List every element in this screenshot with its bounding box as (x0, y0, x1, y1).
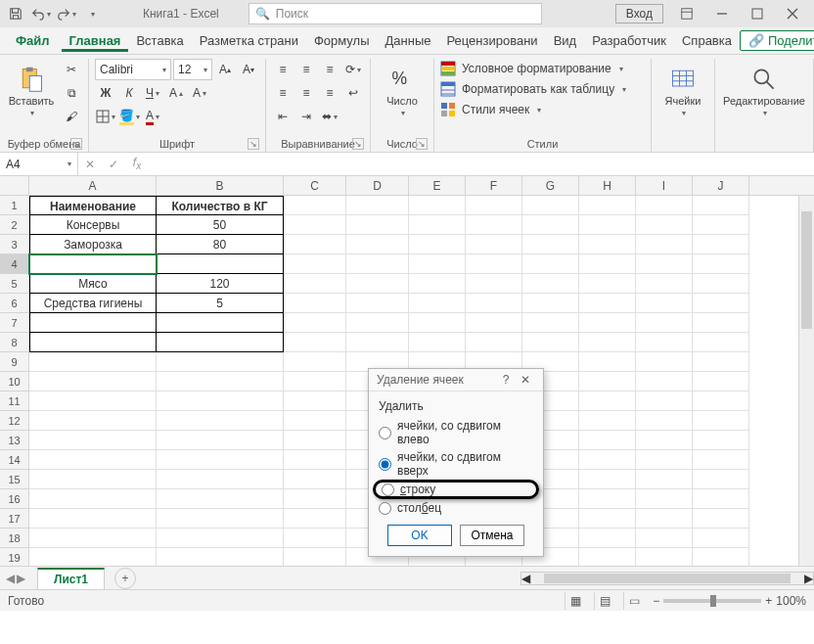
row-head-18[interactable]: 18 (0, 529, 29, 548)
number-format-button[interactable]: % Число▾ (377, 59, 428, 123)
cell-G2[interactable] (522, 215, 579, 235)
cell-C13[interactable] (284, 431, 346, 450)
opt-shift-up[interactable]: ячейки, со сдвигом вверх (379, 448, 533, 480)
cell-C14[interactable] (284, 450, 346, 470)
row-head-14[interactable]: 14 (0, 450, 29, 470)
dialog-help-button[interactable]: ? (496, 373, 516, 387)
cell-F1[interactable] (466, 196, 522, 215)
cell-I6[interactable] (636, 294, 693, 313)
cell-C15[interactable] (284, 470, 346, 489)
align-bottom-button[interactable]: ≡ (319, 59, 340, 80)
view-page-break-button[interactable]: ▭ (623, 592, 645, 610)
cell-J17[interactable] (693, 509, 749, 529)
cell-B16[interactable] (157, 489, 284, 509)
cell-E1[interactable] (409, 196, 466, 215)
cell-A15[interactable] (29, 470, 157, 489)
cell-H3[interactable] (579, 235, 636, 254)
view-normal-button[interactable]: ▦ (565, 592, 586, 610)
increase-indent-button[interactable]: ⇥ (295, 106, 317, 127)
cell-B15[interactable] (157, 470, 284, 489)
cell-I12[interactable] (636, 411, 693, 431)
opt-shift-left[interactable]: ячейки, со сдвигом влево (379, 417, 533, 448)
cell-C3[interactable] (284, 235, 346, 254)
cell-H10[interactable] (579, 372, 636, 391)
tab-developer[interactable]: Разработчик (584, 29, 674, 52)
cell-A16[interactable] (29, 489, 157, 509)
close-button[interactable] (775, 0, 810, 27)
maximize-button[interactable] (740, 0, 775, 27)
row-head-8[interactable]: 8 (0, 333, 29, 352)
row-head-10[interactable]: 10 (0, 372, 29, 391)
cell-J4[interactable] (693, 254, 749, 274)
row-head-4[interactable]: 4 (0, 254, 29, 274)
cell-I17[interactable] (636, 509, 693, 529)
cell-D5[interactable] (346, 274, 409, 294)
cut-button[interactable]: ✂ (61, 59, 82, 80)
opt-entire-column[interactable]: столбец (379, 499, 533, 517)
cell-H19[interactable] (579, 548, 636, 566)
row-head-19[interactable]: 19 (0, 548, 29, 566)
cell-C2[interactable] (284, 215, 346, 235)
cell-B1[interactable]: Количество в КГ (157, 196, 284, 215)
cell-J2[interactable] (693, 215, 749, 235)
opt-entire-row[interactable]: строку (373, 480, 539, 499)
number-launcher[interactable]: ↘ (416, 138, 428, 150)
cell-A6[interactable]: Средства гигиены (29, 294, 157, 313)
font-color-button[interactable]: A▾ (142, 106, 163, 127)
cell-C11[interactable] (284, 391, 346, 411)
cell-E4[interactable] (409, 254, 466, 274)
increase-font2-button[interactable]: A▴ (165, 82, 187, 104)
cell-C16[interactable] (284, 489, 346, 509)
cell-J1[interactable] (693, 196, 749, 215)
shrink-font-button[interactable]: A▾ (238, 59, 259, 80)
minimize-button[interactable] (704, 0, 740, 27)
cell-H15[interactable] (579, 470, 636, 489)
dialog-cancel-button[interactable]: Отмена (460, 525, 524, 546)
cell-G6[interactable] (522, 294, 579, 313)
decrease-indent-button[interactable]: ⇤ (272, 106, 294, 127)
tab-help[interactable]: Справка (674, 29, 740, 52)
cell-E8[interactable] (409, 333, 466, 352)
cell-H17[interactable] (579, 509, 636, 529)
cell-styles-button[interactable]: Стили ячеек▾ (440, 100, 626, 119)
undo-button[interactable]: ▾ (29, 2, 53, 25)
sheet-nav-next[interactable]: ▶ (17, 572, 25, 585)
formula-input[interactable] (149, 153, 814, 175)
row-head-1[interactable]: 1 (0, 196, 29, 215)
wrap-text-button[interactable]: ↩ (342, 82, 364, 104)
col-head-b[interactable]: B (157, 176, 284, 195)
row-head-15[interactable]: 15 (0, 470, 29, 489)
cell-G3[interactable] (522, 235, 579, 254)
cell-A11[interactable] (29, 391, 157, 411)
cell-H16[interactable] (579, 489, 636, 509)
dialog-close-button[interactable]: ✕ (516, 373, 535, 387)
col-head-f[interactable]: F (466, 176, 522, 195)
cancel-formula-button[interactable]: ✕ (78, 153, 102, 175)
cell-D6[interactable] (346, 294, 409, 313)
col-head-j[interactable]: J (693, 176, 749, 195)
cell-B10[interactable] (157, 372, 284, 391)
cell-C6[interactable] (284, 294, 346, 313)
cell-G4[interactable] (522, 254, 579, 274)
cell-I15[interactable] (636, 470, 693, 489)
zoom-slider[interactable] (663, 599, 761, 603)
font-name-combo[interactable]: Calibri▾ (95, 59, 171, 80)
col-head-g[interactable]: G (522, 176, 579, 195)
cell-J9[interactable] (693, 352, 749, 372)
row-head-17[interactable]: 17 (0, 509, 29, 529)
cell-D4[interactable] (346, 254, 409, 274)
cell-D3[interactable] (346, 235, 409, 254)
cell-C4[interactable] (284, 254, 346, 274)
cell-B14[interactable] (157, 450, 284, 470)
cell-G8[interactable] (522, 333, 579, 352)
cell-C8[interactable] (284, 333, 346, 352)
cell-A17[interactable] (29, 509, 157, 529)
orientation-button[interactable]: ⟳▾ (342, 59, 364, 80)
cell-F5[interactable] (466, 274, 522, 294)
align-right-button[interactable]: ≡ (319, 82, 340, 104)
cell-F2[interactable] (466, 215, 522, 235)
cell-J19[interactable] (693, 548, 749, 566)
col-head-d[interactable]: D (346, 176, 409, 195)
grow-font-button[interactable]: A▴ (214, 59, 236, 80)
cell-E2[interactable] (409, 215, 466, 235)
